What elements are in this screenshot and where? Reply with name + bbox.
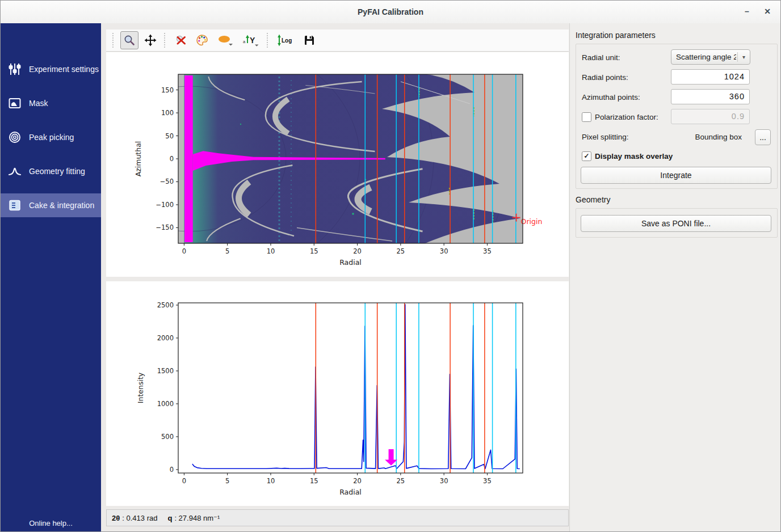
peak-curve-icon [8,164,22,178]
cake-list-icon [8,199,22,212]
svg-text:35: 35 [483,247,492,255]
svg-text:Y: Y [250,36,255,45]
pixel-splitting-value: Bounding box [695,133,742,141]
sidebar-item-label: Cake & integration [29,201,94,210]
svg-text:150: 150 [161,86,174,94]
toolbar-handle [112,33,116,48]
sidebar-item-cake-integration[interactable]: Cake & integration [1,193,101,217]
pixel-splitting-label: Pixel splitting: [582,133,629,141]
svg-text:1000: 1000 [157,400,174,408]
mask-shape-button[interactable] [214,31,237,49]
radial-unit-value: Scattering angle 2θ [671,53,736,61]
y-axis-icon: a Y [242,33,259,47]
sliders-icon [8,62,22,76]
azimuthal-points-label: Azimuthal points: [582,93,640,102]
azimuthal-points-input[interactable]: 360 [671,89,750,104]
mask-overlay-checkbox[interactable]: ✓ [582,151,591,161]
magnifier-icon [123,34,136,47]
toolbar-handle [164,33,167,48]
log-arrow-icon: Log [276,33,296,47]
svg-text:20: 20 [353,247,362,255]
svg-text:Origin: Origin [521,217,543,226]
integrate-button[interactable]: Integrate [581,167,771,184]
right-panel: Integration parameters Radial unit: Scat… [569,23,780,531]
svg-text:0: 0 [182,477,186,485]
online-help-link[interactable]: Online help... [1,519,101,527]
sidebar: Experiment settings Mask Peak picking [1,23,101,531]
zoom-cancel-icon [175,34,187,47]
sidebar-item-geometry-fitting[interactable]: Geometry fitting [1,159,101,183]
center-panel: a Y Log [101,23,569,531]
svg-text:2000: 2000 [157,334,174,342]
svg-text:Intensity: Intensity [136,372,145,403]
ellipse-icon [217,33,234,47]
concentric-rings-icon [8,130,22,144]
sidebar-item-label: Experiment settings [29,65,99,74]
svg-text:5: 5 [225,477,229,485]
beamstop-mask-strip [184,75,193,242]
svg-text:100: 100 [161,109,174,117]
sidebar-item-mask[interactable]: Mask [1,91,101,115]
radial-points-input[interactable]: 1024 [671,69,750,85]
close-button[interactable]: ✕ [759,1,776,22]
svg-text:a: a [243,39,246,44]
svg-text:Radial: Radial [339,258,362,267]
log-scale-button[interactable]: Log [275,31,297,49]
y-axis-scale-button[interactable]: a Y [240,31,262,49]
svg-text:50: 50 [165,132,174,140]
window-title: PyFAI Calibration [1,1,780,23]
pyfai-window: PyFAI Calibration – ✕ Experiment setting… [0,0,781,532]
zoom-tool-button[interactable] [120,31,138,49]
titlebar: PyFAI Calibration – ✕ [1,1,780,24]
svg-text:Azimuthal: Azimuthal [134,141,142,177]
status-bar: 2θ : 0.413 rad q : 27.948 nm⁻¹ [106,509,569,526]
svg-text:30: 30 [440,247,448,255]
radial-unit-dropdown[interactable]: Scattering angle 2θ ▾ [671,49,750,65]
q-label: q [167,514,172,522]
zoom-cancel-button[interactable] [172,31,190,49]
svg-text:−150: −150 [156,223,174,231]
save-icon [303,34,316,47]
svg-text:500: 500 [161,433,174,441]
svg-text:0: 0 [170,466,174,474]
chevron-down-icon: ▾ [738,54,750,60]
save-poni-button[interactable]: Save as PONI file... [581,215,771,232]
sidebar-item-experiment-settings[interactable]: Experiment settings [1,57,101,81]
integration-section-title: Integration parameters [576,31,656,40]
svg-text:Log: Log [282,37,292,44]
svg-text:Radial: Radial [339,488,362,496]
svg-text:25: 25 [397,477,405,485]
svg-text:2500: 2500 [157,301,174,309]
q-value: : 27.948 nm⁻¹ [174,514,220,522]
colormap-button[interactable] [193,31,211,49]
polarization-input[interactable]: 0.9 [671,109,750,124]
svg-text:0: 0 [170,155,174,163]
geometry-section-title: Geometry [576,195,610,204]
sidebar-item-label: Mask [29,99,48,108]
polarization-checkbox[interactable] [582,112,591,122]
cake-plot-canvas[interactable]: Origin05101520253035150100500−50−100−150… [106,52,569,277]
toolbar-handle [267,33,270,48]
integration-figure: 0510152025303505001000150020002500Radial… [106,281,569,506]
svg-text:20: 20 [353,477,362,485]
pixel-splitting-more-button[interactable]: ... [755,129,771,145]
svg-text:10: 10 [267,477,275,485]
svg-text:0: 0 [182,247,186,255]
svg-text:−50: −50 [160,178,174,185]
sidebar-item-peak-picking[interactable]: Peak picking [1,125,101,149]
sidebar-item-label: Peak picking [29,133,74,142]
two-theta-value: : 0.413 rad [122,514,157,522]
svg-text:5: 5 [225,247,229,255]
svg-text:30: 30 [440,477,448,485]
mask-overlay-label: Display mask overlay [595,152,673,161]
minimize-button[interactable]: – [738,1,755,22]
pan-tool-button[interactable] [141,31,159,49]
sidebar-item-label: Geometry fitting [29,167,85,176]
radial-unit-label: Radial unit: [582,53,620,62]
intensity-plot-canvas[interactable]: 0510152025303505001000150020002500Radial… [106,281,569,506]
save-figure-button[interactable] [300,31,318,49]
pan-arrows-icon [144,34,157,47]
svg-text:15: 15 [310,477,318,485]
svg-text:10: 10 [267,247,275,255]
radial-points-label: Radial points: [582,73,628,82]
